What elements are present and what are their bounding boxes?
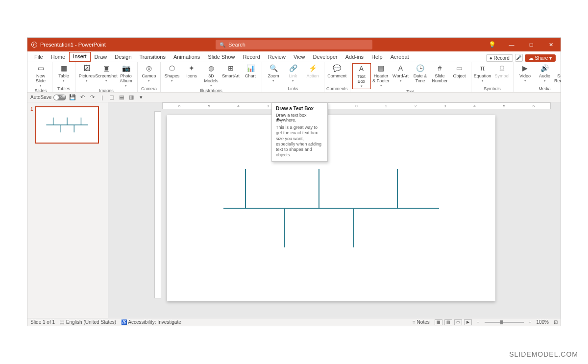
status-accessibility[interactable]: ♿ Accessibility: Investigate [121,319,181,325]
save-icon[interactable]: 💾 [69,94,76,101]
document-title: Presentation1 - PowerPoint [40,42,106,48]
record-button[interactable]: ● Record [486,54,513,62]
normal-view-icon[interactable]: ▦ [435,319,442,325]
cameo-button[interactable]: ◎Cameo▾ [140,63,158,84]
dropdown-caret-icon: ▾ [86,79,88,83]
zoom-in-button[interactable]: + [529,319,532,325]
wordart-button[interactable]: AWordArt▾ [392,63,410,89]
dropdown-caret-icon: ▾ [63,79,65,83]
reading-view-icon[interactable]: ▭ [454,319,462,325]
redo-icon[interactable]: ↷ [89,94,96,101]
open-icon[interactable]: ▤ [118,94,125,101]
video-button[interactable]: ▶Video▾ [516,63,535,85]
text-box-icon: A [357,65,366,73]
group-label: Media [539,86,551,92]
equation-button[interactable]: πEquation▾ [473,63,492,84]
action-label: Action [306,74,318,79]
view-buttons: ▦ ▤ ▭ ▶ [435,319,472,325]
symbol-icon: Ω [498,64,507,73]
fit-window-icon[interactable]: ⊡ [554,319,558,325]
dropdown-caret-icon: ▾ [292,79,294,83]
ribbon-group-media: ▶Video▾🔊Audio▾⏺ScreenRecordingMedia [514,62,561,92]
group-label: Illustrations [200,88,222,93]
tab-acrobat[interactable]: Acrobat [387,52,413,62]
screen-recording-button[interactable]: ⏺ScreenRecording [555,63,561,85]
tab-home[interactable]: Home [47,52,69,62]
zoom-button[interactable]: 🔍Zoom▾ [264,63,283,84]
tab-insert[interactable]: Insert [69,52,91,62]
chart-button[interactable]: 📊Chart [241,63,260,88]
object-button[interactable]: ▭Object [450,63,469,89]
new-icon[interactable]: ▢ [108,94,115,101]
table-button[interactable]: ▦Table▾ [54,63,73,84]
smartart-button[interactable]: ⊞SmartArt [221,63,240,88]
shapes-button[interactable]: ⬡Shapes▾ [163,63,181,88]
sorter-view-icon[interactable]: ▤ [444,319,452,325]
icons-button[interactable]: ✦Icons [182,63,201,88]
dropdown-caret-icon: ▾ [482,79,484,83]
chart-icon: 📊 [246,64,255,73]
tab-help[interactable]: Help [368,52,387,62]
screenshot-button[interactable]: ▣Screenshot▾ [97,63,116,88]
zoom-slider[interactable] [485,322,524,323]
tooltip-body: This is a great way to get the exact tex… [276,125,323,158]
comment-button[interactable]: 💬Comment [328,63,346,80]
share-button[interactable]: ☁ Share ▾ [525,54,556,62]
tab-review[interactable]: Review [264,52,290,62]
minimize-button[interactable]: — [502,38,521,51]
undo-icon[interactable]: ↶ [79,94,86,101]
search-icon: 🔍 [220,42,225,48]
tab-developer[interactable]: Developer [309,52,342,62]
status-language[interactable]: 🕮 English (United States) [60,319,116,325]
slide-canvas[interactable] [167,115,495,301]
screenshot-icon: ▣ [102,64,111,73]
slideshow-view-icon[interactable]: ▶ [464,319,472,325]
qat-more-icon[interactable]: ▾ [138,94,145,101]
photo-album-button[interactable]: 📷PhotoAlbum▾ [117,63,135,88]
mic-icon[interactable]: 🎤 [515,54,523,62]
symbol-label: Symbol [495,74,510,79]
notes-button[interactable]: ≡ Notes [413,319,430,325]
new-slide-label: NewSlide [36,74,46,84]
text-box-button[interactable]: ATextBox▾ [352,63,371,89]
new-slide-button[interactable]: ▭NewSlide▾ [31,63,50,88]
print-icon[interactable]: ▥ [128,94,135,101]
audio-label: Audio [539,74,550,79]
tab-view[interactable]: View [290,52,309,62]
slide-number-button[interactable]: #SlideNumber [431,63,449,89]
tab-design[interactable]: Design [111,52,135,62]
search-input[interactable] [228,42,368,48]
video-label: Video [519,74,531,79]
header-footer-button[interactable]: ▤Header& Footer▾ [372,63,391,89]
zoom-level[interactable]: 100% [536,319,549,325]
ribbon-group-slides: ▭NewSlide▾Slides [29,62,52,92]
qat-sep: | [98,94,105,101]
pictures-button[interactable]: 🖼Pictures▾ [77,63,96,88]
search-box[interactable]: 🔍 [216,40,372,49]
smartart-icon: ⊞ [226,64,235,73]
maximize-button[interactable]: □ [521,38,541,51]
dropdown-caret-icon: ▾ [524,79,526,83]
close-button[interactable]: ✕ [541,38,561,51]
tab-transitions[interactable]: Transitions [136,52,170,62]
smartart-label: SmartArt [222,74,240,79]
tab-add-ins[interactable]: Add-ins [342,52,368,62]
3d-models-button[interactable]: ◍3DModels▾ [202,63,220,88]
autosave-toggle[interactable]: AutoSave Off [30,95,66,100]
thumbnail-pane[interactable]: 1 [27,102,108,318]
tooltip-title: Draw a Text Box [276,106,323,111]
tab-record[interactable]: Record [239,52,264,62]
tab-slide-show[interactable]: Slide Show [204,52,239,62]
tab-animations[interactable]: Animations [170,52,204,62]
tab-draw[interactable]: Draw [91,52,111,62]
tab-file[interactable]: File [30,52,47,62]
zoom-out-button[interactable]: − [477,319,480,325]
slide-thumbnail-1[interactable] [35,106,99,144]
dropdown-caret-icon: ▾ [171,79,173,83]
link-icon: 🔗 [289,64,297,73]
audio-button[interactable]: 🔊Audio▾ [536,63,554,85]
photo-album-label: PhotoAlbum [120,74,132,84]
tips-icon[interactable]: 💡 [482,38,502,51]
date-time-button[interactable]: 🕒Date &Time [411,63,430,89]
cameo-label: Cameo [142,74,156,79]
